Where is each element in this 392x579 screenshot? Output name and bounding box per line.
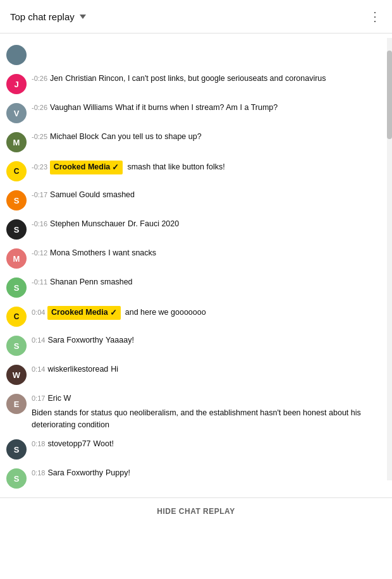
message-text: Christian Rincon, I can't post links, bu…: [65, 73, 326, 85]
avatar: V: [6, 103, 27, 123]
chat-item: S 0:18 Sara Foxworthy Puppy!: [0, 463, 392, 492]
chat-footer: HIDE CHAT REPLAY: [0, 497, 392, 525]
chat-full: 0:04 Crooked Media ✓ and here we goooooo…: [32, 306, 382, 320]
member-badge: Crooked Media ✓: [50, 161, 123, 174]
chat-line: 0:14 Sara Foxworthy Yaaaay!: [32, 334, 382, 346]
username: Vaughan Williams: [50, 102, 113, 114]
scrollbar-thumb[interactable]: [387, 51, 392, 139]
avatar: E: [6, 394, 27, 414]
timestamp: -0:11: [32, 277, 47, 288]
message-text: I want snacks: [108, 247, 156, 259]
username: Shanan Penn: [50, 276, 98, 288]
svg-text:C: C: [14, 312, 20, 321]
chat-content: 0:04 Crooked Media ✓ and here we goooooo…: [32, 305, 382, 320]
check-icon: ✓: [110, 307, 117, 319]
username: Stephen Munschauer: [50, 218, 125, 230]
message-text: What if it burns when I stream? Am I a T…: [115, 102, 278, 114]
message-text: Yaaaay!: [106, 334, 134, 346]
chat-content: -0:11 Shanan Penn smashed: [32, 276, 382, 288]
timestamp: -0:25: [32, 131, 47, 142]
username: Eric W: [47, 393, 71, 405]
chat-content: -0:25 Michael Block Can you tell us to s…: [32, 131, 382, 143]
member-badge: Crooked Media ✓: [47, 306, 121, 320]
avatar: S: [6, 439, 27, 460]
message-text: Hi: [111, 363, 118, 375]
timestamp: 0:04: [32, 308, 45, 316]
username: Sara Foxworthy: [47, 334, 103, 346]
chat-item: S 0:18 stovetopp77 Woot!: [0, 434, 392, 463]
chat-content: 0:17 Eric W Biden stands for status quo …: [32, 393, 382, 430]
chat-item: V -0:26 Vaughan Williams What if it burn…: [0, 98, 392, 127]
message-text: smashed: [102, 189, 135, 201]
chat-content: -0:26 Jen Christian Rincon, I can't post…: [32, 73, 382, 85]
chat-title-dropdown[interactable]: Top chat replay: [10, 11, 86, 22]
chat-content: 0:14 wiskerlikestoread Hi: [32, 363, 382, 375]
message-text: Puppy!: [106, 467, 130, 479]
username: stovetopp77: [47, 438, 90, 450]
scrollbar-track[interactable]: [387, 38, 392, 480]
chat-content: -0:17 Samuel Gould smashed: [32, 189, 382, 201]
chat-header: Top chat replay ⋮: [0, 0, 392, 34]
timestamp: 0:17: [32, 393, 45, 404]
chat-item: C -0:23 Crooked Media ✓ smash that like …: [0, 156, 392, 185]
chat-content: 0:18 Sara Foxworthy Puppy!: [32, 467, 382, 479]
avatar: S: [6, 219, 27, 240]
check-icon: ✓: [112, 161, 119, 174]
chat-line: 0:18 Sara Foxworthy Puppy!: [32, 467, 382, 479]
c-icon: C: [10, 165, 23, 178]
timestamp: -0:23: [32, 163, 47, 171]
message-text: and here we gooooooo: [123, 308, 205, 317]
chat-item: E 0:17 Eric W Biden stands for status qu…: [0, 389, 392, 434]
message-text: Biden stands for status quo neoliberalis…: [32, 407, 382, 431]
chat-item: S -0:16 Stephen Munschauer Dr. Fauci 202…: [0, 214, 392, 243]
chat-line: 0:14 wiskerlikestoread Hi: [32, 363, 382, 375]
c-icon: C: [10, 310, 23, 323]
timestamp: -0:26: [32, 102, 47, 113]
timestamp: 0:14: [32, 335, 45, 346]
chat-line: -0:25 Michael Block Can you tell us to s…: [32, 131, 382, 143]
timestamp: 0:18: [32, 439, 45, 449]
timestamp: -0:26: [32, 73, 47, 84]
chat-item: W 0:14 wiskerlikestoread Hi: [0, 360, 392, 389]
chat-list: J -0:26 Jen Christian Rincon, I can't po…: [0, 34, 392, 497]
chat-content: 0:18 stovetopp77 Woot!: [32, 438, 382, 450]
chat-content: -0:12 Mona Smothers I want snacks: [32, 247, 382, 259]
avatar: M: [6, 248, 27, 269]
avatar: C: [6, 307, 27, 327]
svg-text:C: C: [14, 167, 20, 176]
chat-item: M -0:12 Mona Smothers I want snacks: [0, 243, 392, 272]
timestamp: -0:16: [32, 219, 47, 229]
chat-line: 0:18 stovetopp77 Woot!: [32, 438, 382, 450]
avatar: W: [6, 365, 27, 385]
avatar: S: [6, 336, 27, 356]
dropdown-icon: [80, 15, 86, 19]
username: Samuel Gould: [50, 189, 100, 201]
chat-content: -0:23 Crooked Media ✓ smash that like bu…: [32, 160, 382, 174]
username: Mona Smothers: [50, 247, 106, 259]
hide-chat-replay-button[interactable]: HIDE CHAT REPLAY: [0, 507, 392, 516]
avatar: M: [6, 132, 27, 152]
message-text: Woot!: [94, 438, 114, 450]
chat-item: M -0:25 Michael Block Can you tell us to…: [0, 127, 392, 156]
chat-item: C 0:04 Crooked Media ✓ and here we goooo…: [0, 302, 392, 331]
chat-item: S -0:11 Shanan Penn smashed: [0, 272, 392, 302]
chat-item: [0, 40, 392, 69]
chat-line: -0:12 Mona Smothers I want snacks: [32, 247, 382, 259]
chat-full: -0:23 Crooked Media ✓ smash that like bu…: [32, 161, 382, 174]
chat-line: -0:26 Jen Christian Rincon, I can't post…: [32, 73, 382, 85]
chat-line: -0:16 Stephen Munschauer Dr. Fauci 2020: [32, 218, 382, 230]
chat-item: S -0:17 Samuel Gould smashed: [0, 185, 392, 214]
username: Jen: [50, 73, 63, 85]
chat-line: 0:17 Eric W Biden stands for status quo …: [32, 393, 382, 430]
chat-content: 0:14 Sara Foxworthy Yaaaay!: [32, 334, 382, 346]
chat-line: -0:26 Vaughan Williams What if it burns …: [32, 102, 382, 114]
avatar: J: [6, 74, 27, 94]
timestamp: -0:17: [32, 190, 47, 200]
message-text: smash that like button folks!: [125, 162, 225, 171]
username: Michael Block: [50, 131, 99, 143]
timestamp: 0:14: [32, 364, 45, 375]
more-options-button[interactable]: ⋮: [369, 9, 382, 24]
chat-line: -0:11 Shanan Penn smashed: [32, 276, 382, 288]
avatar: C: [6, 161, 27, 181]
timestamp: -0:12: [32, 248, 47, 259]
